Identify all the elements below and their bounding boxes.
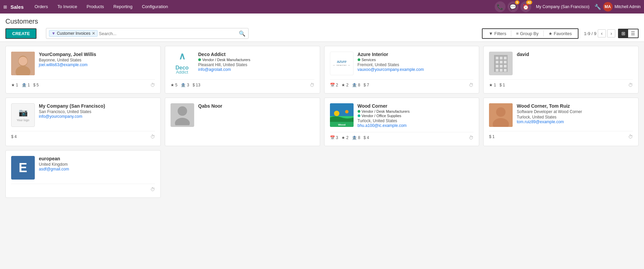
activity-clock-icon[interactable]: ⏱	[150, 134, 155, 139]
activity-clock-icon[interactable]: ⏱	[469, 82, 473, 88]
stat-value: 4	[15, 134, 17, 139]
next-page-button[interactable]: ›	[607, 29, 615, 37]
stat-value: 7	[367, 83, 369, 87]
stat-item[interactable]: $5	[33, 83, 38, 87]
stat-item[interactable]: ★5	[171, 83, 178, 87]
kanban-card[interactable]: david★1$1⏱	[483, 46, 639, 93]
app-grid-icon[interactable]: ⊞	[3, 4, 7, 9]
nav-orders[interactable]: Orders	[30, 0, 52, 14]
activity-clock-icon[interactable]: ⏱	[628, 134, 633, 139]
sub-header: Customers CREATE ▼ Customer Invoices ✕ 🔍…	[0, 14, 644, 42]
search-input[interactable]	[98, 31, 239, 36]
card-info: Wood CornerVendor / Desk ManufacturersVe…	[358, 103, 474, 128]
card-info: Qabs Noor	[198, 103, 314, 109]
stat-value: 4	[367, 135, 369, 140]
card-info: Wood Corner, Tom RuizSoftware Developer …	[517, 103, 633, 124]
activity-clock-icon[interactable]: ⏱	[150, 187, 155, 192]
phone-icon[interactable]: 📞	[495, 1, 506, 12]
svg-point-3	[19, 57, 27, 65]
kanban-card[interactable]: EeuropeanUnited Kingdomasdf@gmail.com⏱	[5, 150, 161, 198]
stat-value: 13	[196, 83, 200, 87]
tag-label: Vendor / Desk Manufacturers	[362, 109, 410, 113]
filters-button[interactable]: ▼ Filters	[485, 30, 510, 37]
kanban-card[interactable]: Wood Corner, Tom RuizSoftware Developer …	[483, 98, 639, 146]
search-icon[interactable]: 🔍	[239, 30, 246, 37]
stat-value: 3	[336, 135, 338, 140]
nav-reporting[interactable]: Reporting	[109, 0, 136, 14]
stat-item[interactable]: $1	[489, 134, 494, 139]
activity-clock-icon[interactable]: ⏱	[310, 82, 314, 88]
kanban-card[interactable]: Wood Wood CornerVendor / Desk Manufactur…	[324, 98, 480, 146]
chat-icon[interactable]: 💬 5	[508, 1, 518, 12]
card-stats-empty: ⏱	[11, 184, 155, 192]
nav-configuration[interactable]: Configuration	[138, 0, 172, 14]
stat-value: 2	[346, 83, 349, 87]
stat-icon: ★	[341, 83, 345, 87]
stat-icon: 🏦	[352, 135, 357, 140]
svg-rect-17	[500, 65, 503, 68]
card-avatar: 📷Your logo	[11, 103, 35, 127]
top-nav: ⊞ Sales Orders To Invoice Products Repor…	[0, 0, 644, 14]
stat-icon: ★	[341, 135, 345, 140]
wrench-icon[interactable]: 🔧	[594, 4, 601, 10]
kanban-view-button[interactable]: ⊞	[619, 29, 628, 37]
groupby-button[interactable]: ≡ Group By	[513, 30, 542, 37]
card-email[interactable]: asdf@gmail.com	[39, 167, 155, 171]
card-avatar: azure — interior —	[330, 52, 354, 75]
kanban-card[interactable]: azure — interior — Azure InteriorService…	[324, 46, 480, 93]
card-location: Bayonne, United States	[39, 58, 155, 62]
activity-clock-icon[interactable]: ⏱	[150, 82, 155, 88]
card-tag: Vendor / Office Supplies	[358, 114, 474, 118]
card-location: Turlock, United States	[358, 118, 474, 123]
stat-item[interactable]: 🏦8	[352, 135, 360, 140]
filter-funnel-icon: ▼	[51, 31, 55, 36]
stat-icon: 🏦	[352, 83, 357, 87]
stat-icon: 📅	[330, 135, 335, 140]
stat-item[interactable]: 🏦1	[22, 83, 30, 87]
card-name: Deco Addict	[198, 52, 314, 57]
kanban-card[interactable]: YourCompany, Joel WillisBayonne, United …	[5, 46, 161, 93]
stat-item[interactable]: ★2	[341, 83, 349, 87]
filter-tag-remove[interactable]: ✕	[92, 31, 95, 36]
clock-icon[interactable]: ⏰ 42	[520, 1, 531, 12]
stat-item[interactable]: $7	[364, 83, 369, 87]
kanban-card[interactable]: 📷Your logoMy Company (San Francisco)San …	[5, 98, 161, 146]
app-name[interactable]: Sales	[10, 4, 24, 10]
stat-item[interactable]: 📅2	[330, 83, 338, 87]
nav-to-invoice[interactable]: To Invoice	[53, 0, 81, 14]
user-avatar[interactable]: MA	[603, 2, 613, 11]
list-view-button[interactable]: ☰	[628, 29, 638, 37]
kanban-card[interactable]: Qabs Noor	[165, 98, 320, 146]
card-email[interactable]: joel.willis63@example.com	[39, 62, 155, 67]
card-email[interactable]: tom.ruiz89@example.com	[517, 119, 633, 124]
card-avatar	[171, 103, 194, 127]
stat-item[interactable]: $1	[499, 83, 505, 87]
stat-item[interactable]: $4	[11, 134, 17, 139]
card-header: Qabs Noor	[171, 103, 314, 127]
card-header: Wood Corner, Tom RuizSoftware Developer …	[489, 103, 633, 127]
stat-item[interactable]: 🏦8	[352, 83, 360, 87]
create-button[interactable]: CREATE	[5, 28, 36, 39]
filter-tag-customer-invoices[interactable]: ▼ Customer Invoices ✕	[49, 30, 97, 37]
activity-clock-icon[interactable]: ⏱	[628, 82, 633, 88]
stat-item[interactable]: 🏦3	[181, 83, 189, 87]
card-email[interactable]: info@yourcompany.com	[39, 114, 155, 119]
favorites-button[interactable]: ★ Favorites	[545, 30, 575, 37]
card-location: San Francisco, United States	[39, 109, 155, 114]
stat-item[interactable]: ★2	[341, 135, 349, 140]
card-name: My Company (San Francisco)	[39, 103, 155, 109]
svg-point-23	[175, 118, 190, 125]
card-email[interactable]: vauxoo@yourcompany.example.com	[358, 67, 474, 72]
kanban-card[interactable]: ∧ Deco Addict Deco AddictVendor / Desk M…	[165, 46, 320, 93]
activity-clock-icon[interactable]: ⏱	[469, 135, 473, 140]
nav-products[interactable]: Products	[82, 0, 108, 14]
stat-item[interactable]: ★1	[489, 83, 496, 87]
stat-value: 5	[175, 83, 178, 87]
card-email[interactable]: bhu.a100@ic.example.com	[358, 123, 474, 128]
prev-page-button[interactable]: ‹	[598, 29, 606, 37]
stat-item[interactable]: $4	[364, 135, 369, 140]
stat-item[interactable]: $13	[192, 83, 200, 87]
stat-item[interactable]: 📅3	[330, 135, 338, 140]
stat-item[interactable]: ★1	[11, 83, 18, 87]
card-email[interactable]: info@agrolait.com	[198, 67, 314, 72]
